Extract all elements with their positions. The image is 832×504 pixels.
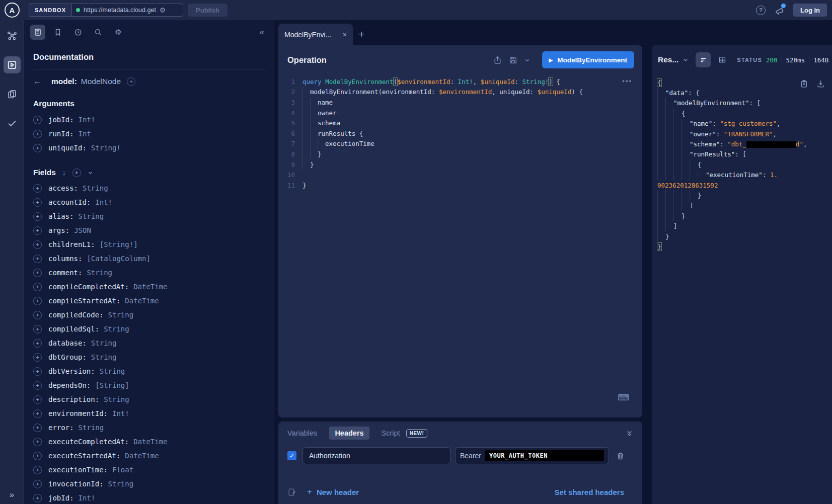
field-row[interactable]: + executeCompletedAt: DateTime (33, 435, 274, 449)
set-shared-headers-link[interactable]: Set shared headers (555, 488, 624, 496)
add-field-plus-icon[interactable]: + (33, 480, 42, 488)
preflight-script-icon[interactable] (287, 488, 296, 496)
code-line[interactable]: 5 schema (278, 118, 642, 128)
field-row[interactable]: + executionTime: Float (33, 463, 274, 477)
add-argument-plus-icon[interactable]: + (33, 116, 42, 124)
new-tab-plus-icon[interactable]: + (358, 28, 364, 40)
field-type[interactable]: String (83, 184, 108, 192)
field-row[interactable]: + compiledCode: String (33, 308, 274, 322)
code-line[interactable]: 4 owner (278, 108, 642, 118)
field-row[interactable]: + dependsOn: [String] (33, 378, 274, 392)
checks-icon[interactable] (4, 115, 21, 132)
response-dropdown-chevron-icon[interactable] (683, 57, 689, 63)
tab-script[interactable]: Script (382, 429, 400, 437)
auth-token-value[interactable]: YOUR_AUTH_TOKEN (485, 450, 604, 461)
field-row[interactable]: + alias: String (33, 209, 274, 223)
collapse-panel-double-chevron-icon[interactable] (626, 430, 633, 437)
add-argument-plus-icon[interactable]: + (33, 130, 42, 138)
field-row[interactable]: + compiledSql: String (33, 322, 274, 336)
argument-row[interactable]: + runId: Int (33, 127, 274, 141)
field-row[interactable]: + jobId: Int! (33, 491, 274, 504)
documentation-tab-icon[interactable] (30, 25, 45, 40)
field-type[interactable]: JSON (74, 226, 91, 234)
field-type[interactable]: String (104, 325, 129, 333)
header-enabled-checkbox[interactable]: ✓ (287, 451, 296, 460)
field-type[interactable]: DateTime (133, 438, 167, 446)
field-type[interactable]: String (79, 424, 104, 432)
share-operation-icon[interactable] (493, 56, 502, 64)
field-type[interactable]: Int! (79, 494, 96, 502)
explorer-icon[interactable] (4, 56, 21, 73)
add-type-plus-icon[interactable]: + (127, 77, 135, 86)
code-line[interactable]: 3 name (278, 97, 642, 108)
field-row[interactable]: + accountId: Int! (33, 195, 274, 209)
add-field-plus-icon[interactable]: + (33, 367, 42, 376)
collapse-sidebar-icon[interactable]: « (260, 27, 268, 37)
help-icon[interactable]: ? (756, 6, 766, 15)
endpoint-settings-gear-icon[interactable]: ⚙ (160, 6, 166, 14)
code-line[interactable]: 2 modelByEnvironment(environmentId: $env… (278, 87, 642, 98)
response-title[interactable]: Res... (658, 55, 678, 64)
back-arrow-icon[interactable]: ← (33, 77, 41, 86)
sort-fields-icon[interactable]: ↓ (62, 169, 66, 177)
field-row[interactable]: + args: JSON (33, 223, 274, 237)
field-type[interactable]: [String!] (100, 240, 138, 248)
apollo-logo-icon[interactable]: A (5, 3, 20, 18)
code-line[interactable]: 8 } (278, 149, 642, 159)
close-tab-icon[interactable]: × (343, 31, 347, 39)
field-type[interactable]: String (91, 339, 117, 347)
header-name-input[interactable] (302, 447, 450, 464)
argument-type[interactable]: Int (79, 130, 91, 138)
add-field-plus-icon[interactable]: + (33, 212, 42, 221)
field-type[interactable]: Float (112, 466, 133, 474)
run-operation-button[interactable]: ▶ ModelByEnvironment (542, 51, 634, 68)
field-type[interactable]: String (104, 395, 129, 403)
add-field-plus-icon[interactable]: + (33, 198, 42, 207)
raw-view-icon[interactable] (696, 52, 711, 67)
add-field-plus-icon[interactable]: + (33, 494, 42, 502)
fields-chevron-down-icon[interactable] (88, 170, 93, 176)
field-row[interactable]: + error: String (33, 421, 274, 435)
code-line[interactable]: 1 query ModelByEnvironment($environmentI… (278, 76, 642, 87)
add-argument-plus-icon[interactable]: + (33, 144, 42, 152)
history-icon[interactable] (70, 25, 86, 40)
code-line[interactable]: 11 } (278, 180, 642, 191)
download-response-icon[interactable] (816, 79, 825, 88)
add-all-fields-plus-icon[interactable]: + (72, 169, 81, 177)
add-field-plus-icon[interactable]: + (33, 269, 42, 277)
field-row[interactable]: + description: String (33, 392, 274, 406)
header-value-field[interactable]: Bearer YOUR_AUTH_TOKEN (455, 447, 609, 464)
add-field-plus-icon[interactable]: + (33, 438, 42, 446)
field-type[interactable]: String (108, 480, 134, 488)
field-row[interactable]: + compileStartedAt: DateTime (33, 294, 274, 308)
endpoint-url-box[interactable]: https://metadata.cloud.get ⚙ (71, 4, 183, 17)
saved-operations-bookmark-icon[interactable] (50, 25, 65, 40)
add-field-plus-icon[interactable]: + (33, 395, 42, 404)
field-row[interactable]: + comment: String (33, 266, 274, 280)
schema-graph-icon[interactable] (4, 27, 21, 44)
field-type[interactable]: String (87, 269, 112, 277)
publish-button[interactable]: Publish (188, 4, 228, 17)
delete-header-trash-icon[interactable] (616, 452, 625, 460)
settings-gear-icon[interactable]: ⚙ (111, 25, 126, 40)
field-type[interactable]: String (79, 212, 104, 220)
code-line[interactable]: 7 executionTime (278, 139, 642, 149)
add-field-plus-icon[interactable]: + (33, 325, 42, 333)
add-field-plus-icon[interactable]: + (33, 381, 42, 390)
field-type[interactable]: String (108, 311, 134, 319)
code-line[interactable]: 9 } (278, 159, 642, 170)
operation-tab[interactable]: ModelByEnvi... × (278, 24, 353, 45)
search-icon[interactable] (91, 25, 106, 40)
add-field-plus-icon[interactable]: + (33, 255, 42, 263)
copy-response-icon[interactable] (800, 79, 808, 88)
argument-type[interactable]: String! (91, 144, 121, 152)
field-row[interactable]: + dbtVersion: String (33, 364, 274, 378)
editor-overflow-menu-icon[interactable]: ••• (622, 77, 632, 85)
field-type[interactable]: [String] (95, 381, 129, 389)
argument-type[interactable]: Int! (79, 116, 96, 124)
field-row[interactable]: + database: String (33, 336, 274, 350)
field-row[interactable]: + compileCompletedAt: DateTime (33, 280, 274, 294)
add-field-plus-icon[interactable]: + (33, 339, 42, 348)
field-type[interactable]: DateTime (125, 452, 159, 460)
login-button[interactable]: Log in (793, 4, 827, 17)
